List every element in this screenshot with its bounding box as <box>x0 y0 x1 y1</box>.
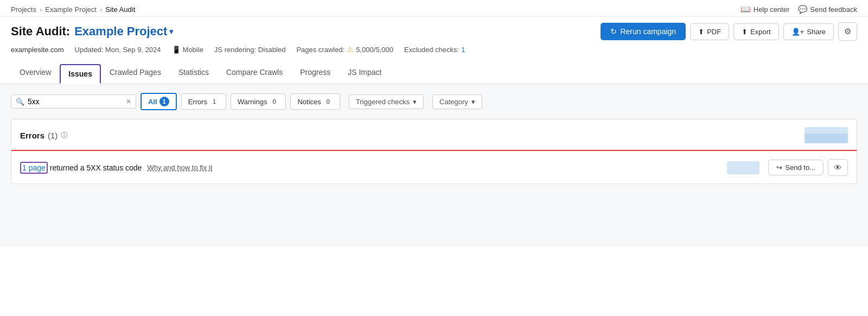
issue-row: 1 page returned a 5XX status code Why an… <box>11 151 857 184</box>
filter-warnings-count: 0 <box>269 97 279 106</box>
upload-icon: ⬆ <box>698 28 704 36</box>
gear-icon: ⚙ <box>844 27 851 36</box>
js-rendering-label: JS rendering: Disabled <box>214 46 286 54</box>
section-header: Errors (1) ⓘ <box>11 119 857 150</box>
project-name-dropdown[interactable]: Example Project ▾ <box>74 24 173 39</box>
header-row: Site Audit: Example Project ▾ ↻ Rerun ca… <box>11 22 857 41</box>
filter-notices-label: Notices <box>297 98 321 106</box>
send-feedback-label: Send feedback <box>810 5 857 14</box>
breadcrumb-sep-1: › <box>40 5 42 14</box>
filter-errors-count: 1 <box>209 97 219 106</box>
filter-row: 🔍 ✕ All 1 Errors 1 Warnings 0 Notices 0 … <box>11 93 857 110</box>
filter-notices-button[interactable]: Notices 0 <box>290 93 340 110</box>
filter-all-button[interactable]: All 1 <box>141 93 177 110</box>
issue-text: 1 page returned a 5XX status code Why an… <box>20 163 718 172</box>
excluded-checks-item: Excluded checks: 1 <box>404 46 465 54</box>
tab-progress[interactable]: Progress <box>291 62 339 84</box>
updated-label: Updated: Mon, Sep 9, 2024 <box>75 46 161 54</box>
search-input[interactable] <box>28 97 123 106</box>
content-area: 🔍 ✕ All 1 Errors 1 Warnings 0 Notices 0 … <box>0 84 868 247</box>
chevron-down-icon: ▾ <box>169 27 173 36</box>
filter-warnings-label: Warnings <box>238 98 267 106</box>
breadcrumb: Projects › Example Project › Site Audit <box>11 5 135 14</box>
mobile-icon: 📱 <box>172 46 181 54</box>
tab-crawled-pages[interactable]: Crawled Pages <box>101 62 170 84</box>
share-label: Share <box>807 28 826 36</box>
category-chevron: ▾ <box>471 98 475 106</box>
export-label: Export <box>750 28 771 36</box>
breadcrumb-site-audit: Site Audit <box>105 5 135 14</box>
tab-issues[interactable]: Issues <box>60 64 101 84</box>
filter-warnings-button[interactable]: Warnings 0 <box>231 93 286 110</box>
export-button[interactable]: ⬆ Export <box>733 23 779 40</box>
breadcrumb-sep-2: › <box>100 5 102 14</box>
help-center-icon: 📖 <box>741 4 751 14</box>
issue-main-text: 1 page returned a 5XX status code <box>20 163 142 172</box>
triggered-checks-label: Triggered checks <box>356 98 410 106</box>
category-dropdown[interactable]: Category ▾ <box>432 94 482 109</box>
help-center-link[interactable]: 📖 Help center <box>741 4 789 14</box>
pdf-label: PDF <box>707 28 721 36</box>
filter-notices-count: 0 <box>323 97 333 106</box>
meta-row: examplesite.com Updated: Mon, Sep 9, 202… <box>11 45 857 54</box>
header-section: Site Audit: Example Project ▾ ↻ Rerun ca… <box>0 17 868 58</box>
section-title: Errors (1) ⓘ <box>20 131 67 140</box>
errors-count: (1) <box>48 131 58 140</box>
triggered-checks-chevron: ▾ <box>413 98 417 106</box>
page-title: Site Audit: Example Project ▾ <box>11 24 173 39</box>
warning-icon: ⚠ <box>347 45 354 54</box>
errors-section: Errors (1) ⓘ 1 page returned a 5XX statu… <box>11 119 857 184</box>
export-icon: ⬆ <box>742 28 748 36</box>
category-label: Category <box>439 98 468 106</box>
tab-statistics[interactable]: Statistics <box>170 62 218 84</box>
tab-js-impact[interactable]: JS Impact <box>339 62 390 84</box>
excluded-checks-value[interactable]: 1 <box>461 46 465 54</box>
issue-actions: ↪ Send to... 👁 <box>768 159 848 176</box>
send-to-label: Send to... <box>785 163 815 172</box>
share-person-icon: 👤+ <box>792 28 805 36</box>
fix-link[interactable]: Why and how to fix it <box>147 163 212 172</box>
device-item: 📱 Mobile <box>172 46 203 54</box>
send-feedback-icon: 💬 <box>798 5 807 14</box>
filter-all-count: 1 <box>159 97 169 106</box>
filter-errors-label: Errors <box>188 98 207 106</box>
header-buttons: ↻ Rerun campaign ⬆ PDF ⬆ Export 👤+ Share… <box>601 22 857 41</box>
clear-search-icon[interactable]: ✕ <box>126 98 131 105</box>
issue-page-link[interactable]: 1 page <box>20 162 48 174</box>
site-audit-label: Site Audit: <box>11 24 70 39</box>
project-name-text: Example Project <box>74 24 167 39</box>
breadcrumb-projects[interactable]: Projects <box>11 5 36 14</box>
rerun-campaign-button[interactable]: ↻ Rerun campaign <box>601 23 686 40</box>
tab-compare-crawls[interactable]: Compare Crawls <box>218 62 291 84</box>
top-bar-actions: 📖 Help center 💬 Send feedback <box>741 4 857 14</box>
errors-chart <box>805 127 848 143</box>
device-label: Mobile <box>183 46 203 54</box>
share-button[interactable]: 👤+ Share <box>783 23 834 40</box>
send-to-button[interactable]: ↪ Send to... <box>768 160 824 175</box>
refresh-icon: ↻ <box>610 27 617 36</box>
pdf-button[interactable]: ⬆ PDF <box>690 23 729 40</box>
pages-crawled-value: 5,000/5,000 <box>356 46 393 54</box>
settings-button[interactable]: ⚙ <box>838 22 857 41</box>
errors-title: Errors <box>20 131 44 140</box>
tab-overview[interactable]: Overview <box>11 62 60 84</box>
filter-all-label: All <box>148 98 157 106</box>
search-box: 🔍 ✕ <box>11 94 136 109</box>
triggered-checks-dropdown[interactable]: Triggered checks ▾ <box>349 94 424 109</box>
breadcrumb-example-project[interactable]: Example Project <box>45 5 97 14</box>
rerun-label: Rerun campaign <box>620 27 676 36</box>
issue-chart-small <box>727 161 760 174</box>
info-icon[interactable]: ⓘ <box>61 131 67 140</box>
nav-tabs: Overview Issues Crawled Pages Statistics… <box>0 62 868 84</box>
pages-crawled-item: Pages crawled: ⚠ 5,000/5,000 <box>296 45 393 54</box>
eye-button[interactable]: 👁 <box>828 159 848 176</box>
search-icon: 🔍 <box>16 98 24 106</box>
pages-crawled-label: Pages crawled: <box>296 46 344 54</box>
issue-text-suffix: returned a 5XX status code <box>50 163 142 172</box>
top-bar: Projects › Example Project › Site Audit … <box>0 0 868 17</box>
help-center-label: Help center <box>754 5 789 14</box>
send-feedback-link[interactable]: 💬 Send feedback <box>798 5 857 14</box>
eye-icon: 👁 <box>834 163 842 172</box>
filter-errors-button[interactable]: Errors 1 <box>181 93 226 110</box>
send-to-icon: ↪ <box>776 163 782 172</box>
